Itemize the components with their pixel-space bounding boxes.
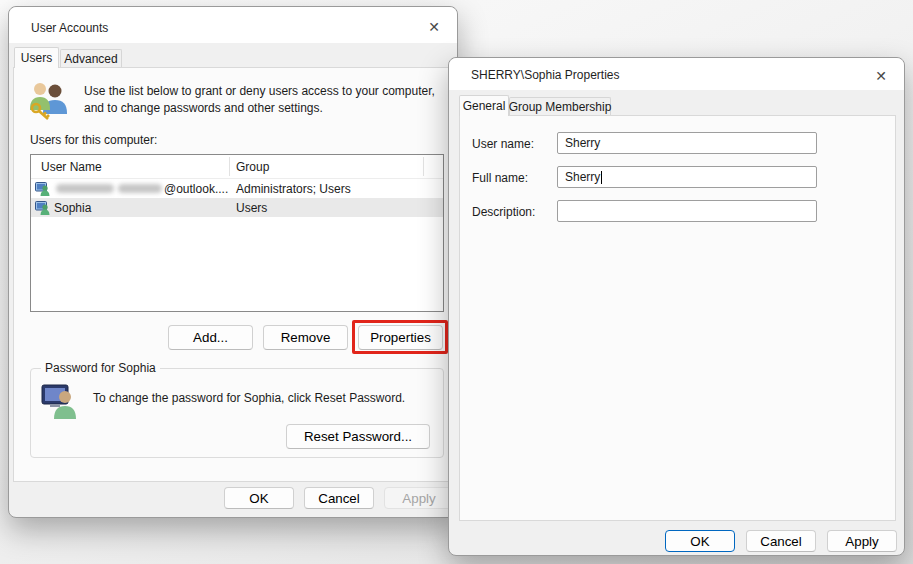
- description-field[interactable]: [557, 200, 817, 222]
- cancel-button[interactable]: Cancel: [746, 530, 816, 552]
- user-account-icon: [35, 181, 50, 196]
- full-name-value: Sherry: [565, 170, 600, 184]
- properties-title: SHERRY\Sophia Properties: [471, 68, 620, 82]
- group-cell: Users: [236, 201, 267, 215]
- sophia-properties-dialog: SHERRY\Sophia Properties ✕ General Group…: [448, 57, 905, 556]
- apply-button[interactable]: Apply: [384, 487, 454, 509]
- apply-button[interactable]: Apply: [827, 530, 897, 552]
- add-button[interactable]: Add...: [168, 325, 253, 350]
- tab-group-membership-label: Group Membership: [509, 100, 612, 114]
- tab-general[interactable]: General: [459, 95, 509, 116]
- close-icon[interactable]: ✕: [868, 65, 894, 87]
- users-intro-text: Use the list below to grant or deny user…: [84, 83, 446, 117]
- username-cell: Sophia: [54, 201, 91, 215]
- user-name-label: User name:: [472, 137, 534, 151]
- tab-users[interactable]: Users: [14, 47, 59, 68]
- description-label: Description:: [472, 205, 535, 219]
- close-icon[interactable]: ✕: [421, 16, 447, 38]
- password-group-legend: Password for Sophia: [41, 361, 160, 375]
- users-list[interactable]: User Name Group: [30, 154, 444, 312]
- group-cell: Administrators; Users: [236, 182, 351, 196]
- full-name-label: Full name:: [472, 171, 528, 185]
- tab-general-label: General: [463, 99, 506, 113]
- password-help-text: To change the password for Sophia, click…: [93, 391, 405, 405]
- ok-button[interactable]: OK: [665, 530, 735, 552]
- users-list-header: User Name Group: [31, 155, 443, 179]
- column-header-group[interactable]: Group: [236, 155, 269, 178]
- reset-password-button[interactable]: Reset Password...: [286, 424, 430, 449]
- user-account-icon: [35, 200, 50, 215]
- tab-advanced[interactable]: Advanced: [60, 49, 122, 68]
- tab-advanced-label: Advanced: [64, 52, 117, 66]
- ok-button[interactable]: OK: [224, 487, 294, 509]
- redacted-username-blur: [56, 184, 114, 193]
- user-accounts-title: User Accounts: [31, 21, 108, 35]
- users-list-label: Users for this computer:: [30, 133, 157, 147]
- password-user-icon: [41, 381, 79, 422]
- properties-button[interactable]: Properties: [358, 325, 443, 350]
- user-row-outlook[interactable]: @outlook.... Administrators; Users: [31, 179, 443, 198]
- full-name-field[interactable]: Sherry: [557, 166, 817, 188]
- username-suffix: @outlook....: [164, 182, 228, 196]
- remove-button[interactable]: Remove: [263, 325, 348, 350]
- user-name-field[interactable]: Sherry: [557, 132, 817, 154]
- properties-titlebar[interactable]: SHERRY\Sophia Properties ✕: [449, 58, 904, 90]
- tab-group-membership[interactable]: Group Membership: [509, 97, 611, 116]
- column-divider[interactable]: [229, 157, 230, 176]
- general-tab-page: User name: Sherry Full name: Sherry Desc…: [459, 115, 896, 521]
- desktop-background: User Accounts ✕ Users Advanced: [0, 0, 913, 564]
- text-caret: [601, 171, 602, 184]
- users-tab-page: Use the list below to grant or deny user…: [13, 67, 455, 482]
- user-row-sophia[interactable]: Sophia Users: [31, 198, 443, 217]
- user-accounts-titlebar[interactable]: User Accounts ✕: [9, 7, 457, 43]
- password-group-box: Password for Sophia To change the passwo…: [30, 368, 444, 458]
- cancel-button[interactable]: Cancel: [304, 487, 374, 509]
- tab-users-label: Users: [21, 51, 52, 65]
- column-divider[interactable]: [423, 157, 424, 176]
- user-accounts-users-icon: [28, 80, 70, 125]
- user-accounts-dialog: User Accounts ✕ Users Advanced: [8, 6, 458, 518]
- user-name-value: Sherry: [565, 136, 600, 150]
- redacted-username-blur: [118, 184, 162, 193]
- column-header-user-name[interactable]: User Name: [31, 155, 236, 178]
